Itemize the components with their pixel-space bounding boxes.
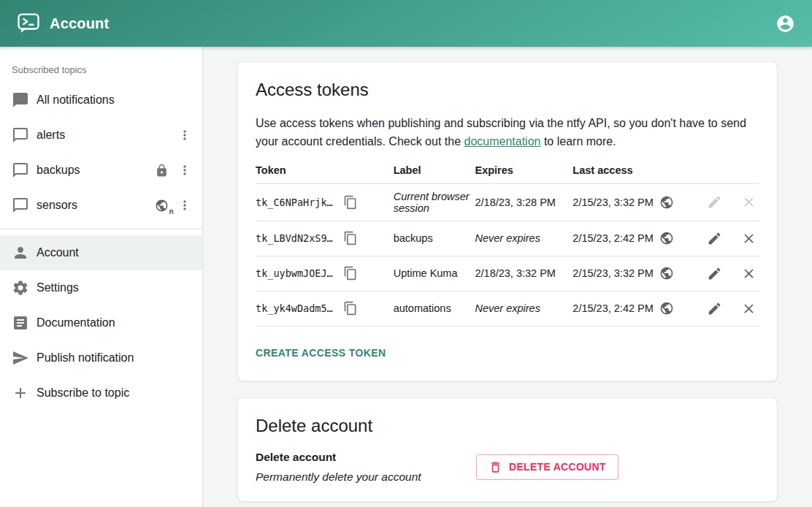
table-row: tk_uybwmJOEJ… Uptime Kuma 2/18/23, 3:32 …	[256, 256, 759, 291]
token-value: tk_yk4wDadm5…	[256, 302, 333, 314]
kebab-menu-icon[interactable]	[176, 197, 194, 214]
sidebar-item-backups[interactable]: backups	[0, 153, 202, 188]
col-expires: Expires	[475, 159, 572, 184]
token-last-access: 2/15/23, 2:42 PM	[572, 302, 653, 314]
nav-label: Documentation	[37, 316, 194, 329]
delete-account-text: Delete account Permanently delete your a…	[256, 451, 476, 484]
sidebar-item-alerts[interactable]: alerts	[0, 118, 202, 153]
globe-icon	[659, 266, 674, 281]
pencil-icon[interactable]	[704, 228, 725, 249]
x-close-icon[interactable]	[738, 191, 759, 213]
table-header-row: Token Label Expires Last access	[256, 159, 759, 184]
sidebar-item-documentation[interactable]: Documentation	[0, 305, 202, 340]
copy-icon[interactable]	[342, 300, 359, 317]
sidebar-item-publish-notification[interactable]: Publish notification	[0, 340, 202, 376]
token-label: Uptime Kuma	[394, 256, 475, 291]
app-header: Account	[0, 0, 812, 47]
chat-outline-icon	[12, 161, 29, 179]
article-icon	[12, 314, 29, 332]
table-row: tk_LBVdN2xS9… backups Never expires 2/15…	[256, 221, 759, 256]
globe-icon	[659, 231, 674, 245]
topic-label: All notifications	[37, 94, 194, 107]
table-row: tk_C6NPaHrjk… Current browser session 2/…	[256, 183, 759, 221]
chat-outline-icon	[12, 197, 29, 214]
table-row: tk_yk4wDadm5… automations Never expires …	[256, 291, 759, 326]
token-expires: Never expires	[475, 291, 572, 326]
delete-item-title: Delete account	[256, 451, 476, 464]
delete-account-row: Delete account Permanently delete your a…	[256, 451, 759, 484]
create-access-token-button[interactable]: CREATE ACCESS TOKEN	[256, 343, 386, 363]
plus-icon	[12, 384, 29, 402]
delete-account-button[interactable]: DELETE ACCOUNT	[476, 454, 618, 480]
token-label: automations	[394, 291, 475, 326]
x-close-icon[interactable]	[738, 228, 759, 249]
sidebar-item-account[interactable]: Account	[0, 235, 202, 270]
token-expires: 2/18/23, 3:28 PM	[475, 183, 572, 221]
delete-button-label: DELETE ACCOUNT	[509, 461, 606, 473]
documentation-link[interactable]: documentation	[464, 135, 541, 148]
sidebar-item-sensors[interactable]: sensors R	[0, 188, 202, 223]
send-icon	[12, 349, 29, 367]
sidebar-item-settings[interactable]: Settings	[0, 270, 202, 305]
account-circle-icon[interactable]	[775, 14, 795, 34]
page-title: Account	[50, 15, 109, 32]
access-tokens-description: Use access tokens when publishing and su…	[256, 115, 759, 151]
access-tokens-table: Token Label Expires Last access tk_C6NPa…	[256, 159, 759, 327]
sidebar-item-all-notifications[interactable]: All notifications	[0, 83, 202, 118]
delete-item-subtitle: Permanently delete your account	[256, 470, 476, 484]
kebab-menu-icon[interactable]	[176, 161, 194, 179]
nav-label: Settings	[37, 281, 194, 294]
token-value: tk_C6NPaHrjk…	[256, 197, 333, 208]
sidebar-item-subscribe-to-topic[interactable]: Subscribe to topic	[0, 376, 202, 411]
token-expires: Never expires	[475, 221, 572, 256]
ntfy-terminal-bubble-icon	[18, 13, 39, 34]
topic-label: sensors	[37, 199, 148, 212]
access-tokens-title: Access tokens	[256, 80, 759, 100]
lock-icon	[155, 164, 169, 178]
description-text: to learn more.	[540, 135, 616, 148]
nav-label: Account	[37, 246, 194, 259]
topic-label: alerts	[37, 129, 169, 142]
chat-outline-icon	[12, 126, 29, 144]
access-tokens-card: Access tokens Use access tokens when pub…	[237, 61, 778, 381]
person-icon	[12, 244, 29, 262]
globe-icon	[659, 301, 674, 316]
token-value: tk_LBVdN2xS9…	[256, 232, 333, 244]
globe-icon	[659, 195, 674, 210]
col-label: Label	[394, 159, 475, 184]
reserved-badge: R	[169, 208, 175, 216]
copy-icon[interactable]	[342, 194, 359, 211]
x-close-icon[interactable]	[738, 298, 759, 319]
pencil-icon[interactable]	[704, 191, 725, 213]
token-label: backups	[394, 221, 475, 256]
kebab-menu-icon[interactable]	[176, 126, 194, 144]
x-close-icon[interactable]	[738, 263, 759, 284]
sidebar: Subscribed topics All notifications aler…	[0, 47, 203, 507]
nav-list: Account Settings Documentation	[0, 235, 202, 411]
chat-filled-icon	[12, 91, 29, 109]
copy-icon[interactable]	[342, 264, 359, 282]
delete-account-card: Delete account Delete account Permanentl…	[237, 397, 778, 502]
app-root: Account Subscribed topics All notificati…	[0, 0, 812, 507]
globe-reserved-icon: R	[155, 199, 169, 213]
gear-icon	[12, 279, 29, 297]
topics-list: All notifications alerts	[0, 83, 202, 223]
subscribed-topics-label: Subscribed topics	[0, 53, 202, 83]
token-label: Current browser session	[394, 183, 475, 221]
nav-label: Publish notification	[37, 351, 194, 365]
main-content: Access tokens Use access tokens when pub…	[203, 47, 812, 507]
delete-account-title: Delete account	[256, 416, 759, 436]
pencil-icon[interactable]	[704, 263, 725, 284]
col-last-access: Last access	[572, 159, 694, 184]
token-last-access: 2/15/23, 2:42 PM	[572, 232, 653, 244]
token-last-access: 2/15/23, 3:32 PM	[572, 197, 653, 208]
topic-label: backups	[37, 164, 148, 177]
token-expires: 2/18/23, 3:32 PM	[475, 256, 572, 291]
trash-icon	[489, 460, 502, 474]
copy-icon[interactable]	[342, 229, 359, 247]
pencil-icon[interactable]	[704, 298, 725, 319]
col-actions	[694, 159, 759, 184]
nav-label: Subscribe to topic	[37, 386, 194, 400]
col-token: Token	[256, 159, 394, 184]
sidebar-divider	[0, 229, 202, 229]
